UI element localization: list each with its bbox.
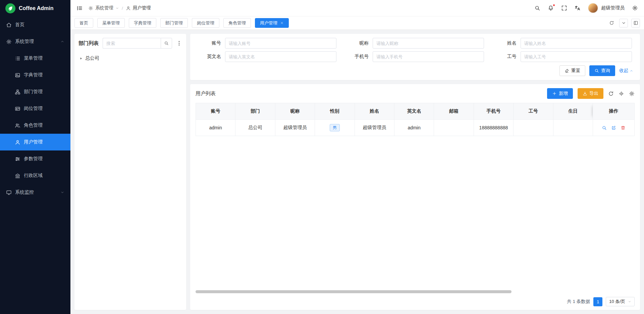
page-size-select[interactable]: 10 条/页 (606, 297, 635, 306)
table-settings-gear-icon[interactable] (629, 91, 635, 97)
sidebar-item-parameter-management[interactable]: 参数管理 (0, 150, 70, 167)
sidebar-item-system-management[interactable]: 系统管理 (0, 33, 70, 50)
layout-toggle-button[interactable] (631, 19, 640, 27)
breadcrumb-label: 系统管理 (95, 5, 113, 11)
top-bar: 系统管理 / 用户管理 超级管理员 (70, 0, 644, 16)
refresh-icon (609, 20, 614, 25)
sidebar-item-post-management[interactable]: 岗位管理 (0, 100, 70, 117)
export-button[interactable]: 导出 (578, 88, 603, 99)
tab-actions-dropdown[interactable] (619, 19, 628, 27)
add-user-button[interactable]: 新增 (547, 88, 573, 99)
sidebar-item-label: 系统管理 (15, 39, 34, 45)
tab-close-icon[interactable] (280, 21, 284, 25)
sidebar-item-department-management[interactable]: 部门管理 (0, 83, 70, 100)
pagination-page-1[interactable]: 1 (593, 297, 602, 306)
home-icon (6, 22, 12, 28)
refresh-tab-button[interactable] (607, 19, 616, 27)
sidebar-item-label: 行政区域 (24, 173, 43, 179)
tab-role-management[interactable]: 角色管理 (223, 18, 251, 28)
filter-field-name: 姓名 (492, 38, 633, 49)
column-header-actions: 操作 (593, 103, 635, 120)
chevron-down-icon (621, 20, 626, 25)
cell-job-number (514, 120, 553, 136)
tab-bar: 首页 菜单管理 字典管理 部门管理 岗位管理 角色管理 用户管理 (70, 16, 644, 30)
cell-actions (593, 120, 635, 136)
tab-label: 岗位管理 (197, 20, 214, 26)
fullscreen-icon[interactable] (561, 5, 567, 11)
job-number-input[interactable] (521, 51, 632, 62)
department-search-input[interactable] (103, 38, 161, 49)
tab-menu-management[interactable]: 菜单管理 (97, 18, 125, 28)
edit-icon[interactable] (611, 125, 616, 130)
account-input[interactable] (225, 38, 336, 49)
translate-icon[interactable] (575, 5, 581, 11)
caret-right-icon[interactable] (79, 57, 83, 60)
sidebar-item-home[interactable]: 首页 (0, 16, 70, 33)
sidebar-item-label: 菜单管理 (24, 55, 43, 61)
tab-post-management[interactable]: 岗位管理 (192, 18, 219, 28)
kebab-menu-icon[interactable] (176, 40, 182, 46)
roles-icon (15, 123, 20, 128)
column-header: 性别 (315, 103, 355, 120)
sidebar-item-role-management[interactable]: 角色管理 (0, 117, 70, 134)
delete-icon[interactable] (621, 125, 626, 130)
cell-birthday (553, 120, 593, 136)
settings-gear-icon[interactable] (632, 5, 638, 11)
sidebar-collapse-icon[interactable] (76, 5, 83, 11)
breadcrumb-user-management[interactable]: 用户管理 (126, 5, 151, 11)
sidebar-item-label: 用户管理 (24, 139, 43, 145)
app-logo[interactable]: Coffee Admin (0, 0, 70, 16)
tab-dictionary-management[interactable]: 字典管理 (129, 18, 156, 28)
table-header-row: 账号 部门 昵称 性别 姓名 英文名 邮箱 手机号 工号 生日 操作 (196, 103, 635, 120)
phone-input[interactable] (373, 51, 484, 62)
dictionary-icon (15, 72, 20, 78)
breadcrumb-separator: / (122, 6, 123, 11)
department-panel-title: 部门列表 (78, 40, 99, 47)
monitor-icon (6, 190, 12, 195)
horizontal-scrollbar-thumb[interactable] (196, 290, 512, 293)
bell-icon[interactable] (548, 5, 554, 11)
user-menu[interactable]: 超级管理员 (588, 3, 625, 13)
export-button-label: 导出 (589, 90, 598, 97)
user-table-card: 用户列表 新增 导出 (190, 84, 640, 310)
tab-department-management[interactable]: 部门管理 (160, 18, 188, 28)
filter-field-phone: 手机号 (344, 51, 485, 62)
name-input[interactable] (521, 38, 632, 49)
search-button[interactable]: 查询 (589, 65, 615, 76)
field-label: 英文名 (197, 54, 221, 60)
tab-home[interactable]: 首页 (74, 18, 93, 28)
breadcrumb-system-management[interactable]: 系统管理 (88, 5, 119, 11)
collapse-filter-link[interactable]: 收起 (619, 68, 633, 74)
chevron-up-icon (630, 69, 633, 73)
tab-user-management[interactable]: 用户管理 (255, 18, 289, 28)
sidebar-item-administrative-region[interactable]: 行政区域 (0, 167, 70, 184)
field-label: 手机号 (344, 54, 369, 60)
tab-label: 字典管理 (134, 20, 151, 26)
cell-account: admin (196, 120, 235, 136)
refresh-icon[interactable] (608, 91, 614, 97)
column-header: 邮箱 (434, 103, 474, 120)
tree-node-head-office[interactable]: 总公司 (78, 53, 182, 63)
column-width-icon[interactable] (619, 91, 624, 97)
sidebar-item-dictionary-management[interactable]: 字典管理 (0, 67, 70, 83)
view-icon[interactable] (602, 125, 607, 130)
sidebar-item-system-monitor[interactable]: 系统监控 (0, 184, 70, 201)
department-search-button[interactable] (161, 38, 172, 49)
department-tree: 总公司 (78, 53, 182, 63)
sidebar-item-label: 首页 (15, 22, 24, 28)
tab-label: 首页 (79, 20, 88, 26)
nickname-input[interactable] (373, 38, 484, 49)
eraser-icon (565, 68, 569, 73)
table-row: admin 总公司 超级管理员 男 超级管理员 admin 1888888888… (196, 120, 635, 136)
plus-icon (552, 91, 557, 96)
reset-button[interactable]: 重置 (559, 65, 585, 76)
column-header: 生日 (553, 103, 593, 120)
sidebar-item-label: 角色管理 (24, 122, 43, 128)
sidebar-item-menu-management[interactable]: 菜单管理 (0, 50, 70, 67)
sidebar-item-user-management[interactable]: 用户管理 (0, 134, 70, 150)
filter-grid: 账号 昵称 姓名 英文名 (197, 38, 633, 62)
search-icon[interactable] (534, 5, 540, 11)
page-content: 部门列表 总公司 账号 (70, 30, 644, 314)
right-column: 账号 昵称 姓名 英文名 (190, 34, 640, 310)
english-name-input[interactable] (225, 51, 336, 62)
